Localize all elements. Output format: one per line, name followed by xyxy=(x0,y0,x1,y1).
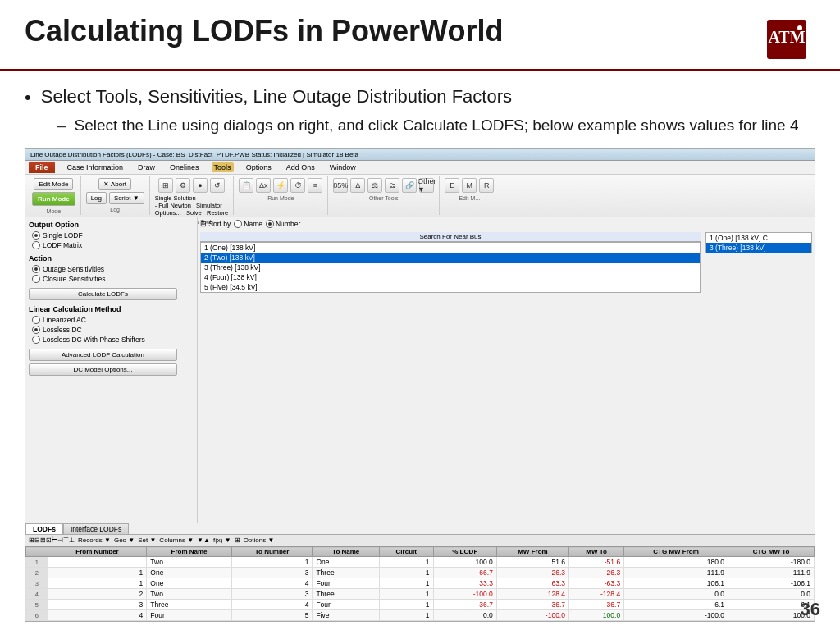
cell-lodf: -36.7 xyxy=(433,600,496,610)
model-explorer-icon[interactable]: 🗂 xyxy=(385,178,399,193)
cell-ctg-from: 106.1 xyxy=(624,578,728,589)
menu-case-information[interactable]: Case Information xyxy=(65,162,126,172)
table-row: 31One4Four133.363.3-63.3106.1-106.1 xyxy=(26,578,815,589)
log-label: Log xyxy=(110,207,120,212)
sort-name-radio[interactable] xyxy=(234,220,242,228)
col-ctg-mw-to[interactable]: CTG MW To xyxy=(728,547,814,557)
lodf-matrix-option[interactable]: LODF Matrix xyxy=(32,241,194,249)
fx-btn[interactable]: f(x) ▼ xyxy=(213,536,231,544)
menu-onelines[interactable]: Onelines xyxy=(167,162,202,172)
set-btn[interactable]: Set ▼ xyxy=(138,536,156,544)
sub-text-1: Select the Line using dialogs on right, … xyxy=(75,115,799,136)
calculate-lodfs-button[interactable]: Calculate LODFs xyxy=(29,288,177,300)
output-option-radio-group: Single LODF LODF Matrix xyxy=(32,231,194,249)
filter-icon[interactable]: ▼▲ xyxy=(197,536,210,544)
outage-sensitivities-option[interactable]: Outage Sensitivities xyxy=(32,265,194,273)
menu-window[interactable]: Window xyxy=(327,162,358,172)
lossless-dc-ps-option[interactable]: Lossless DC With Phase Shifters xyxy=(32,336,194,344)
run-mode-button[interactable]: Run Mode xyxy=(32,192,75,206)
col-ctg-mw-from[interactable]: CTG MW From xyxy=(624,547,728,557)
bus-item-4[interactable]: 4 (Four) [138 kV] xyxy=(201,272,700,282)
bus-item-3[interactable]: 3 (Three) [138 kV] xyxy=(201,262,700,272)
table-row: 21One3Three166.726.3-26.3111.9-111.9 xyxy=(26,568,815,578)
lodf-tab[interactable]: LODFs xyxy=(25,523,63,534)
equivalent-icon[interactable]: E xyxy=(445,178,459,193)
records-btn[interactable]: Records ▼ xyxy=(78,536,111,544)
sort-number-radio[interactable] xyxy=(266,220,274,228)
right-bus-list-container: 1 (One) [138 kV] C 3 (Three) [138 kV] xyxy=(705,232,812,293)
closure-sensitivities-option[interactable]: Closure Sensitivities xyxy=(32,275,194,283)
outage-radio[interactable] xyxy=(32,265,40,273)
renumber-icon[interactable]: R xyxy=(479,178,494,193)
modify-c-icon[interactable]: M xyxy=(462,178,477,193)
abort-button[interactable]: ✕ Abort xyxy=(98,178,131,190)
single-solution-icon[interactable]: ⊞ xyxy=(158,178,173,193)
col-lodf[interactable]: % LODF xyxy=(433,547,496,557)
linearized-ac-radio[interactable] xyxy=(32,316,40,324)
sensitivities-icon[interactable]: Δx xyxy=(256,178,271,193)
col-mw-to[interactable]: MW To xyxy=(568,547,623,557)
cell-from-name: Two xyxy=(147,557,231,568)
lossless-dc-option[interactable]: Lossless DC xyxy=(32,326,194,334)
menu-file[interactable]: File xyxy=(29,162,55,173)
col-from-number[interactable]: From Number xyxy=(48,547,147,557)
bullet-item-1: • Select Tools, Sensitivities, Line Outa… xyxy=(25,84,815,135)
cell-from-number: 3 xyxy=(48,600,147,610)
dc-model-options-button[interactable]: DC Model Options... xyxy=(29,363,177,376)
linearized-ac-option[interactable]: Linearized AC xyxy=(32,316,194,324)
line-loading-icon[interactable]: ≡ xyxy=(308,178,322,193)
solve-icon[interactable]: ● xyxy=(193,178,208,193)
menu-tools[interactable]: Tools xyxy=(212,162,234,172)
bus-item-2[interactable]: 2 (Two) [138 kV] xyxy=(201,253,700,262)
sort-name-label: Name xyxy=(244,220,262,228)
menu-draw[interactable]: Draw xyxy=(135,162,158,172)
sort-name-option[interactable]: Name xyxy=(234,220,262,228)
limit-monitor-icon[interactable]: 85% xyxy=(333,178,348,193)
menu-options[interactable]: Options xyxy=(244,162,274,172)
timestep-icon[interactable]: ⏱ xyxy=(290,178,305,193)
bus-right-item-1[interactable]: 1 (One) [138 kV] C xyxy=(706,233,811,243)
col-mw-from[interactable]: MW From xyxy=(496,547,568,557)
scale-flows-icon[interactable]: ⚖ xyxy=(368,178,382,193)
single-lodf-radio[interactable] xyxy=(32,231,40,240)
col-circuit[interactable]: Circuit xyxy=(379,547,433,557)
col-to-number[interactable]: To Number xyxy=(231,547,313,557)
connections-icon[interactable]: 🔗 xyxy=(402,178,417,193)
cell-mw-to: -128.4 xyxy=(568,589,623,600)
bus-item-5[interactable]: 5 (Five) [34.5 kV] xyxy=(201,282,700,292)
cell-to-number: 4 xyxy=(231,600,313,610)
cell-mw-to: -36.7 xyxy=(568,600,623,610)
cell-to-number: 1 xyxy=(231,557,313,568)
bus-right-item-2[interactable]: 3 (Three) [138 kV] xyxy=(706,243,811,253)
lossless-dc-radio[interactable] xyxy=(32,326,40,334)
edit-mode-button[interactable]: Edit Mode xyxy=(34,178,73,190)
cell-to-number: 4 xyxy=(231,578,313,589)
linearized-ac-label: Linearized AC xyxy=(43,316,86,324)
options-btn[interactable]: Options ▼ xyxy=(244,536,275,544)
lodf-matrix-radio[interactable] xyxy=(32,241,40,249)
cell-to-number: 3 xyxy=(231,589,313,600)
restore-icon[interactable]: ↺ xyxy=(210,178,225,193)
bus-item-1[interactable]: 1 (One) [138 kV] xyxy=(201,243,700,253)
interface-lodf-tab[interactable]: Interface LODFs xyxy=(63,523,129,534)
cell-from-number: 4 xyxy=(48,610,147,621)
advanced-lodf-button[interactable]: Advanced LODF Calculation xyxy=(29,349,177,361)
contingency-icon[interactable]: 📋 xyxy=(239,178,253,193)
lossless-dc-ps-radio[interactable] xyxy=(32,336,40,344)
menu-addons[interactable]: Add Ons xyxy=(284,162,317,172)
single-lodf-option[interactable]: Single LODF xyxy=(32,231,194,240)
fault-analysis-icon[interactable]: ⚡ xyxy=(273,178,288,193)
simulator-options-icon[interactable]: ⚙ xyxy=(176,178,190,193)
script-button[interactable]: Script ▼ xyxy=(109,192,144,204)
diff-case-icon[interactable]: Δ xyxy=(350,178,365,193)
col-from-name[interactable]: From Name xyxy=(147,547,231,557)
col-to-name[interactable]: To Name xyxy=(313,547,380,557)
other-icon[interactable]: Other ▼ xyxy=(419,178,434,193)
columns-btn[interactable]: Columns ▼ xyxy=(159,536,194,544)
sort-number-option[interactable]: Number xyxy=(266,220,300,228)
closure-radio[interactable] xyxy=(32,275,40,283)
slide-container: Calculating LODFs in PowerWorld ATM • Se… xyxy=(0,0,840,630)
log-button[interactable]: Log xyxy=(86,192,107,204)
geo-btn[interactable]: Geo ▼ xyxy=(114,536,135,544)
cell-ctg-from: -100.0 xyxy=(624,610,728,621)
